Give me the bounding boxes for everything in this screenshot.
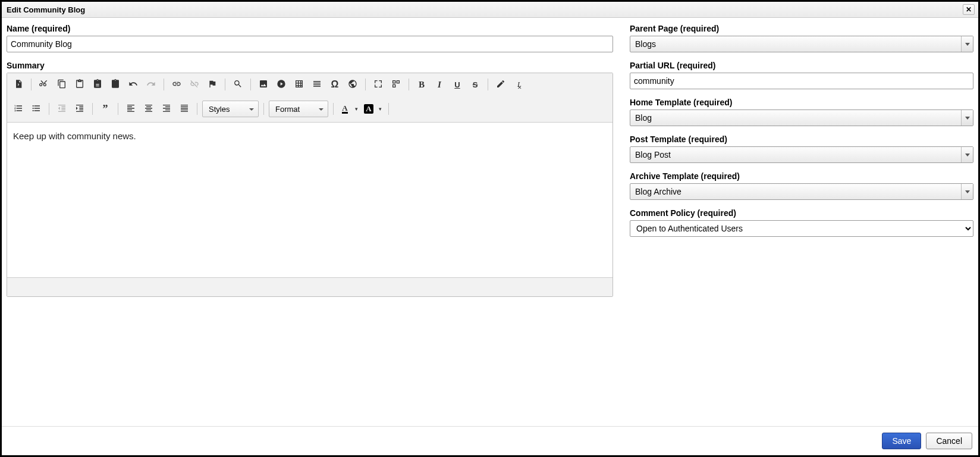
special-char-button[interactable]: Ω [327, 77, 343, 92]
embed-icon [277, 79, 286, 90]
bullet-list-button[interactable] [29, 101, 44, 117]
format-dropdown[interactable]: Format [269, 101, 328, 117]
cancel-button[interactable]: Cancel [926, 433, 972, 449]
parent-page-field: Parent Page (required) Blogs [630, 24, 973, 52]
home-template-label: Home Template (required) [630, 98, 973, 107]
post-template-select[interactable]: Blog Post [630, 146, 973, 163]
close-icon: ✕ [966, 5, 972, 14]
format-label: Format [275, 105, 300, 114]
align-right-icon [162, 104, 171, 115]
find-button[interactable] [230, 77, 246, 92]
search-icon [233, 79, 243, 90]
maximize-button[interactable] [370, 77, 386, 92]
underline-button[interactable]: U [450, 77, 465, 92]
dialog-title: Edit Community Blog [7, 5, 85, 14]
strike-button[interactable]: S [467, 77, 483, 92]
summary-editor-body[interactable]: Keep up with community news. [7, 123, 612, 277]
link-icon [172, 79, 181, 90]
left-column: Name (required) Summary [7, 24, 613, 421]
archive-template-select[interactable]: Blog Archive [630, 183, 973, 200]
align-left-icon [126, 104, 136, 115]
marker-button[interactable] [493, 77, 508, 92]
separator [250, 79, 251, 90]
partial-url-input[interactable] [630, 73, 973, 89]
image-button[interactable] [256, 77, 271, 92]
align-left-button[interactable] [123, 101, 139, 117]
home-template-field: Home Template (required) Blog [630, 98, 973, 126]
titlebar: Edit Community Blog ✕ [2, 2, 978, 18]
unlink-icon [190, 79, 199, 90]
text-color-arrow[interactable]: ▾ [353, 101, 360, 117]
comment-policy-field: Comment Policy (required) Open to Authen… [630, 208, 973, 237]
remove-format-button[interactable]: I✕ [511, 77, 526, 92]
align-right-button[interactable] [159, 101, 174, 117]
text-color-button[interactable]: A ▾ [338, 101, 360, 117]
outdent-button[interactable] [54, 101, 70, 117]
comment-policy-select[interactable]: Open to Authenticated Users [630, 220, 973, 237]
separator [92, 103, 93, 115]
bg-color-button[interactable]: A ▾ [362, 101, 384, 117]
align-center-button[interactable] [141, 101, 156, 117]
iframe-button[interactable] [345, 77, 360, 92]
separator [49, 103, 49, 115]
styles-dropdown[interactable]: Styles [202, 101, 259, 117]
remove-format-icon: I✕ [517, 80, 520, 89]
comment-policy-label: Comment Policy (required) [630, 208, 973, 218]
close-button[interactable]: ✕ [963, 4, 975, 15]
italic-icon: I [438, 80, 441, 90]
italic-button[interactable]: I [432, 77, 447, 92]
show-blocks-button[interactable] [388, 77, 404, 92]
copy-button[interactable] [54, 77, 70, 92]
name-label: Name (required) [7, 24, 613, 33]
post-template-field: Post Template (required) Blog Post [630, 134, 973, 163]
source-button[interactable] [11, 77, 26, 92]
home-template-select[interactable]: Blog [630, 109, 973, 126]
numbered-list-icon [14, 104, 23, 115]
home-template-value: Blog [635, 113, 652, 123]
paste-text-button[interactable] [90, 77, 105, 92]
bullet-list-icon [32, 104, 41, 115]
indent-icon [75, 104, 84, 115]
link-button[interactable] [169, 77, 184, 92]
paste-word-button[interactable] [108, 77, 123, 92]
partial-url-field: Partial URL (required) [630, 61, 973, 89]
redo-button[interactable] [143, 77, 159, 92]
align-justify-button[interactable] [177, 101, 192, 117]
chevron-down-icon [961, 184, 973, 199]
undo-button[interactable] [125, 77, 141, 92]
name-input[interactable] [7, 36, 613, 52]
anchor-button[interactable] [205, 77, 220, 92]
marker-icon [496, 79, 505, 90]
post-template-label: Post Template (required) [630, 134, 973, 144]
hr-icon [312, 79, 322, 90]
chevron-down-icon: ▾ [379, 106, 382, 112]
blockquote-button[interactable]: ” [98, 101, 113, 117]
post-template-value: Blog Post [635, 150, 671, 159]
table-button[interactable] [291, 77, 307, 92]
paste-word-icon [111, 79, 120, 90]
separator [333, 103, 334, 115]
numbered-list-button[interactable] [11, 101, 26, 117]
cut-button[interactable] [36, 77, 52, 92]
paste-icon [75, 79, 84, 90]
image-icon [259, 79, 268, 90]
align-center-icon [144, 104, 153, 115]
bold-button[interactable]: B [414, 77, 429, 92]
bg-color-arrow[interactable]: ▾ [376, 101, 384, 117]
editor-footer [7, 277, 612, 296]
table-icon [294, 79, 304, 90]
paste-button[interactable] [72, 77, 87, 92]
parent-page-label: Parent Page (required) [630, 24, 973, 33]
bg-color-icon-wrap: A [362, 101, 375, 117]
right-column: Parent Page (required) Blogs Partial URL… [630, 24, 973, 421]
unlink-button[interactable] [187, 77, 202, 92]
save-button[interactable]: Save [882, 433, 921, 449]
archive-template-field: Archive Template (required) Blog Archive [630, 171, 973, 200]
bold-icon: B [419, 80, 425, 90]
indent-button[interactable] [72, 101, 87, 117]
parent-page-select[interactable]: Blogs [630, 36, 973, 52]
hr-button[interactable] [309, 77, 325, 92]
editor-toolbar: Ω [7, 73, 612, 123]
summary-field: Summary [7, 61, 613, 413]
embed-button[interactable] [274, 77, 289, 92]
